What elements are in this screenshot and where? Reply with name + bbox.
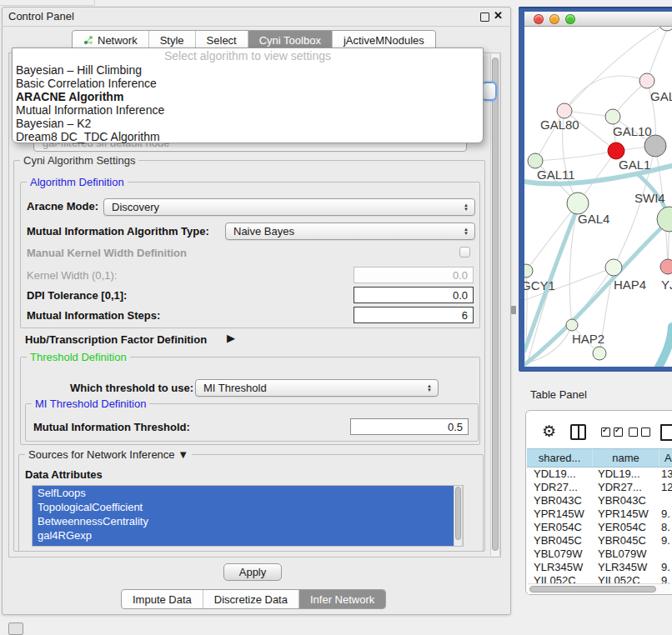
gear-icon[interactable]: ⚙ <box>542 422 556 441</box>
network-window-titlebar <box>524 12 672 27</box>
network-node-label: GAL10 <box>613 124 652 138</box>
algorithm-option[interactable]: ARACNE Algorithm <box>13 90 483 103</box>
network-edge <box>535 151 616 161</box>
column-browser-icon[interactable] <box>570 424 586 440</box>
data-attributes-list[interactable]: SelfLoopsTopologicalCoefficientBetweenne… <box>32 485 464 547</box>
network-node-GAL80[interactable] <box>557 103 572 118</box>
algorithm-option[interactable]: Bayesian – K2 <box>13 117 483 130</box>
network-node-label: HAP2 <box>572 332 604 346</box>
network-node-label: HAP4 <box>614 278 646 292</box>
tab-label: Infer Network <box>310 593 374 606</box>
algorithm-option[interactable]: Basic Correlation Inference <box>13 77 483 90</box>
network-node-HAP2[interactable] <box>566 319 578 331</box>
document-icon[interactable] <box>660 424 672 441</box>
tab-label: Select <box>207 34 237 47</box>
network-node-HAP4[interactable] <box>605 259 622 276</box>
mi-steps-field[interactable]: 6 <box>354 307 474 323</box>
algorithm-dropdown-popup: Select algorithm to view settings Bayesi… <box>12 48 484 143</box>
minimize-traffic-light[interactable] <box>549 14 559 24</box>
attribute-item[interactable]: BetweennessCentrality <box>33 514 463 528</box>
table-cell: YBR045C <box>593 534 659 548</box>
algorithm-option[interactable]: Dream8 DC_TDC Algorithm <box>13 130 483 143</box>
network-node-top-node[interactable] <box>659 27 672 31</box>
network-node-salmon-node[interactable] <box>660 259 672 274</box>
close-traffic-light[interactable] <box>534 14 544 24</box>
network-node-GAL10[interactable] <box>605 109 620 124</box>
tab-impute-data[interactable]: Impute Data <box>122 590 203 608</box>
table-row[interactable]: YDL19...YDL19...13 <box>527 468 672 481</box>
kernel-width-value: 0.0 <box>453 269 468 282</box>
table-row[interactable]: YBL079WYBL079W <box>527 548 672 561</box>
spinner-arrows-icon: ▲▼ <box>464 203 469 212</box>
tab-infer-network[interactable]: Infer Network <box>299 590 385 608</box>
zoom-traffic-light[interactable] <box>565 14 575 24</box>
network-tab-icon <box>83 35 93 45</box>
tab-select[interactable]: Select <box>196 31 248 49</box>
tab-jactivemnodules[interactable]: jActiveMNodules <box>333 31 435 49</box>
apply-button[interactable]: Apply <box>223 563 282 581</box>
dpi-tolerance-label: DPI Tolerance [0,1]: <box>27 289 127 302</box>
table-cell: YLR345W <box>527 561 593 574</box>
column-header-name[interactable]: name <box>593 449 659 467</box>
table-cell: YLR345W <box>593 561 659 574</box>
network-node-bottom-node[interactable] <box>593 347 606 360</box>
table-row[interactable]: YER054CYER054C8. <box>527 521 672 534</box>
expand-arrow-icon[interactable]: ▶ <box>227 332 235 344</box>
aracne-mode-select[interactable]: Discovery ▲▼ <box>103 198 475 216</box>
algorithm-placeholder: Select algorithm to view settings <box>13 48 483 63</box>
tab-network[interactable]: Network <box>73 31 149 49</box>
float-window-icon[interactable] <box>480 12 489 22</box>
algorithm-option[interactable]: Mutual Information Inference <box>13 103 483 117</box>
table-row[interactable]: YIL052CYIL052C9. <box>527 574 672 583</box>
vertical-scrollbar[interactable] <box>490 54 500 556</box>
attribute-item[interactable]: SelfLoops <box>33 486 463 500</box>
table-cell: YPR145W <box>527 508 593 521</box>
column-header-partial[interactable]: A <box>659 449 672 467</box>
collapse-arrow-icon[interactable]: ▼ <box>178 448 188 461</box>
network-node-GAL1[interactable] <box>608 142 624 159</box>
panel-divider-handle[interactable] <box>511 306 516 314</box>
aracne-mode-value: Discovery <box>112 201 159 213</box>
top-divider-tick <box>94 0 95 5</box>
tab-discretize-data[interactable]: Discretize Data <box>203 590 299 608</box>
tab-style[interactable]: Style <box>149 31 196 49</box>
select-all-icon[interactable] <box>601 428 623 437</box>
spinner-arrows-icon: ▲▼ <box>427 384 432 392</box>
close-icon[interactable]: ✕ <box>494 9 503 22</box>
aracne-mode-label: Aracne Mode: <box>27 200 98 212</box>
deselect-all-icon[interactable] <box>629 428 650 437</box>
column-header-shared-name[interactable]: shared... <box>527 449 593 467</box>
network-edge <box>564 27 664 111</box>
collapsed-panel-icon[interactable] <box>8 622 23 635</box>
table-row[interactable]: YBR045CYBR045C9. <box>527 534 672 548</box>
network-node-GCY1[interactable] <box>524 264 533 278</box>
network-node-label: GAL7 <box>650 89 672 103</box>
network-edge <box>656 327 672 367</box>
mi-threshold-value: 0.5 <box>448 421 463 433</box>
network-node-GAL11[interactable] <box>528 153 543 168</box>
table-row[interactable]: YLR345WYLR345W9. <box>527 561 672 574</box>
table-row[interactable]: YPR145WYPR145W9. <box>527 508 672 521</box>
algorithm-option[interactable]: Bayesian – Hill Climbing <box>13 63 483 77</box>
table-cell: YDR27... <box>593 481 659 494</box>
mi-threshold-field[interactable]: 0.5 <box>350 418 469 435</box>
network-canvas[interactable]: GAL80GAL10GAL1GAL11GAL4SWI4GCY1HAP4HAP2G… <box>524 27 672 367</box>
attributes-scrollbar[interactable] <box>454 486 463 546</box>
attribute-item[interactable]: TopologicalCoefficient <box>33 500 463 514</box>
dpi-tolerance-field[interactable]: 0.0 <box>354 287 474 303</box>
scrollbar-thumb[interactable] <box>492 58 499 551</box>
table-row[interactable]: YBR043CYBR043C <box>527 494 672 508</box>
which-threshold-select[interactable]: MI Threshold ▲▼ <box>195 379 439 397</box>
mi-type-select[interactable]: Naive Bayes ▲▼ <box>225 222 475 240</box>
network-node-GAL7[interactable] <box>639 73 654 88</box>
dpi-tolerance-value: 0.0 <box>453 289 468 302</box>
hscroll-thumb[interactable] <box>529 586 656 592</box>
manual-kernel-checkbox[interactable] <box>459 247 470 258</box>
kernel-width-field[interactable]: 0.0 <box>354 267 474 283</box>
table-row[interactable]: YDR27...YDR27...12 <box>527 481 672 494</box>
table-cell: 8. <box>659 521 672 534</box>
attributes-scrollbar-thumb[interactable] <box>455 487 461 540</box>
horizontal-scrollbar[interactable] <box>528 583 670 594</box>
attribute-item[interactable]: gal4RGexp <box>33 528 463 542</box>
tab-cyni-toolbox[interactable]: Cyni Toolbox <box>248 31 333 49</box>
